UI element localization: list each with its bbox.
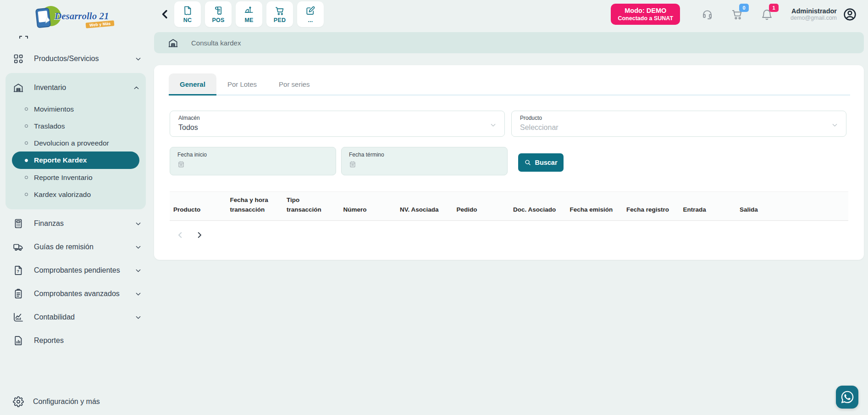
chevron-right-icon: [195, 231, 204, 239]
demo-mode-line2: Conectado a SUNAT: [618, 15, 673, 22]
chevron-down-icon: [134, 314, 142, 321]
pagination-next-button[interactable]: [195, 231, 204, 239]
shortcut-label: NC: [183, 17, 192, 23]
fecha-termino-label: Fecha término: [349, 151, 500, 158]
producto-select[interactable]: Producto Seleccionar: [511, 111, 846, 137]
avatar-button[interactable]: [843, 7, 857, 22]
sidebar-item-configuracion-y-mas[interactable]: Configuración y más: [0, 388, 151, 415]
breadcrumb: Consulta kardex: [154, 32, 864, 53]
pagination: [176, 231, 864, 239]
topbar: NC POS ME PED ... Modo: DEMO Conectado a…: [154, 0, 864, 28]
avatar-icon: [843, 7, 857, 22]
sidebar-item-productos-servicios[interactable]: Productos/Servicios: [0, 48, 151, 69]
bullet-icon: [25, 159, 28, 162]
sidebar-item-reporte-kardex[interactable]: Reporte Kardex: [12, 151, 139, 169]
search-icon: [524, 159, 531, 166]
shortcut-nc-button[interactable]: NC: [174, 1, 201, 27]
kardex-table-header: ProductoFecha y hora transacciónTipo tra…: [170, 191, 848, 221]
filter-row-2: Fecha inicio Fecha término Buscar: [170, 147, 846, 175]
sidebar-item-finanzas[interactable]: Finanzas: [0, 213, 151, 234]
chevron-left-icon: [176, 231, 184, 239]
shortcut-label: ME: [244, 17, 253, 23]
column-header-numero: Número: [340, 205, 397, 215]
notification-count-badge: 1: [769, 4, 779, 12]
column-header-producto: Producto: [170, 205, 227, 215]
sidebar-collapse-button[interactable]: [160, 9, 171, 20]
demo-mode-badge[interactable]: Modo: DEMO Conectado a SUNAT: [611, 4, 680, 25]
calculator-icon: [13, 218, 24, 229]
bullet-icon: [25, 107, 28, 111]
column-header-nv-asociada: NV. Asociada: [396, 205, 453, 215]
sidebar-item-label: Guías de remisión: [34, 243, 134, 251]
almacen-select[interactable]: Almacén Todos: [170, 111, 505, 137]
cart-icon: [274, 6, 285, 16]
support-headset-button[interactable]: [701, 8, 713, 21]
buscar-button[interactable]: Buscar: [518, 153, 564, 172]
chevron-down-icon: [134, 220, 142, 228]
pagination-prev-button[interactable]: [176, 231, 184, 239]
producto-label: Producto: [520, 115, 838, 121]
calendar-icon: [349, 161, 356, 168]
sidebar-item-movimientos[interactable]: Movimientos: [6, 101, 146, 118]
sidebar-item-label: Inventario: [34, 84, 133, 92]
sidebar-item-guias-de-remision[interactable]: Guías de remisión: [0, 236, 151, 258]
whatsapp-icon: [840, 390, 855, 404]
sidebar-item-kardex-valorizado[interactable]: Kardex valorizado: [6, 186, 146, 203]
fecha-inicio-field[interactable]: Fecha inicio: [170, 147, 336, 175]
whatsapp-fab-button[interactable]: [836, 386, 858, 409]
shortcut-label: ...: [308, 17, 313, 23]
sidebar-item-devolucion-a-proveedor[interactable]: Devolucion a proveedor: [6, 135, 146, 151]
chevron-down-icon: [134, 243, 142, 251]
tab-general[interactable]: General: [169, 73, 216, 95]
filter-row-1: Almacén Todos Producto Seleccionar: [170, 111, 846, 137]
user-name: Administrador: [791, 7, 837, 15]
sidebar-item-contabilidad[interactable]: Contabilidad: [0, 307, 151, 328]
column-header-fecha-y-hora-transaccion: Fecha y hora transacción: [227, 196, 283, 215]
sidebar-subitem-label: Reporte Kardex: [34, 156, 87, 164]
bullet-icon: [25, 176, 28, 179]
user-email: demo@gmail.com: [791, 15, 837, 21]
sidebar-item-traslados[interactable]: Traslados: [6, 118, 146, 135]
column-header-fecha-emision: Fecha emisión: [566, 205, 623, 215]
sidebar-menu: Productos/Servicios Inventario Movimient…: [0, 46, 151, 388]
app-logo[interactable]: Desarrollo 21 Web y Más: [30, 6, 122, 31]
shortcut-me-button[interactable]: ME: [236, 1, 262, 27]
sidebar: Desarrollo 21 Web y Más Productos/Servic…: [0, 0, 151, 415]
notifications-button[interactable]: 1: [761, 8, 773, 21]
sidebar-subitem-label: Kardex valorizado: [34, 191, 91, 199]
scale-icon: [243, 6, 254, 16]
logo-title: Desarrollo 21: [55, 11, 109, 22]
column-header-fecha-registro: Fecha registro: [623, 205, 680, 215]
sidebar-item-reportes[interactable]: Reportes: [0, 330, 151, 351]
fecha-termino-field[interactable]: Fecha término: [341, 147, 508, 175]
receipt-icon: [213, 6, 224, 16]
tab-por-lotes[interactable]: Por Lotes: [216, 73, 268, 95]
bullet-icon: [25, 193, 28, 196]
sidebar-item-label: Comprobantes avanzados: [34, 290, 134, 298]
shortcut-pos-button[interactable]: POS: [205, 1, 232, 27]
chevron-down-icon: [489, 121, 497, 129]
sidebar-item-comprobantes-avanzados[interactable]: Comprobantes avanzados: [0, 283, 151, 304]
sidebar-item-reporte-inventario[interactable]: Reporte Inventario: [6, 169, 146, 186]
chevron-down-icon: [134, 290, 142, 298]
sidebar-item-label: Reportes: [34, 336, 142, 345]
producto-placeholder: Seleccionar: [520, 123, 838, 132]
shortcut-more-button[interactable]: ...: [297, 1, 324, 27]
doc-question-icon: ?: [13, 265, 24, 276]
cart-button[interactable]: 0: [731, 8, 743, 21]
user-menu[interactable]: Administrador demo@gmail.com: [791, 7, 837, 21]
sidebar-item-inventario[interactable]: Inventario: [6, 77, 146, 98]
doc-chart-icon: [13, 335, 24, 346]
chevron-down-icon: [134, 55, 142, 63]
sidebar-group-inventario: Inventario Movimientos Traslados Devoluc…: [6, 73, 146, 209]
app-root: Desarrollo 21 Web y Más Productos/Servic…: [0, 0, 868, 415]
sidebar-item-label: Productos/Servicios: [34, 55, 134, 63]
demo-mode-line1: Modo: DEMO: [618, 7, 673, 14]
sidebar-item-comprobantes-pendientes[interactable]: ? Comprobantes pendientes: [0, 260, 151, 281]
sidebar-subitem-label: Traslados: [34, 122, 65, 130]
warehouse-icon: [168, 38, 178, 48]
sidebar-subitem-label: Movimientos: [34, 105, 74, 113]
tab-por-series[interactable]: Por series: [268, 73, 321, 95]
chart-icon: [13, 312, 24, 323]
shortcut-ped-button[interactable]: PED: [266, 1, 293, 27]
